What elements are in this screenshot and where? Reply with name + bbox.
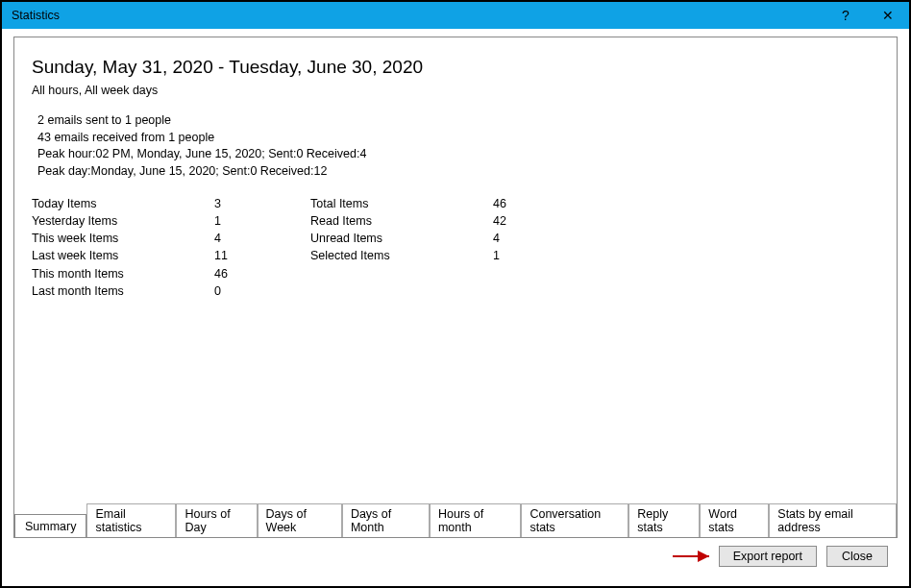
close-icon: ✕: [882, 8, 894, 23]
help-icon: ?: [842, 8, 849, 23]
stats-left-values: 3 1 4 11 46 0: [214, 195, 310, 300]
button-row: Export report Close: [719, 546, 888, 567]
label-unread: Unread Items: [310, 230, 493, 247]
label-total: Total Items: [310, 195, 493, 212]
label-yesterday: Yesterday Items: [32, 212, 214, 230]
stats-left-labels: Today Items Yesterday Items This week It…: [32, 195, 214, 300]
label-selected: Selected Items: [310, 247, 493, 264]
tab-hours-of-day[interactable]: Hours of Day: [176, 503, 257, 537]
label-this-week: This week Items: [32, 230, 214, 247]
window-title: Statistics: [12, 9, 825, 22]
value-this-week: 4: [214, 230, 310, 247]
export-report-button[interactable]: Export report: [719, 546, 817, 567]
close-button[interactable]: Close: [826, 546, 888, 567]
window-frame: Statistics ? ✕ Sunday, May 31, 2020 - Tu…: [2, 2, 909, 586]
tab-days-of-month[interactable]: Days of Month: [342, 503, 430, 537]
tab-stats-by-email-address[interactable]: Stats by email address: [769, 503, 897, 537]
date-range-heading: Sunday, May 31, 2020 - Tuesday, June 30,…: [32, 57, 879, 78]
value-read: 42: [493, 212, 589, 230]
content-inner: Sunday, May 31, 2020 - Tuesday, June 30,…: [14, 37, 897, 300]
help-button[interactable]: ?: [825, 2, 867, 29]
value-yesterday: 1: [214, 212, 310, 230]
tab-days-of-week[interactable]: Days of Week: [258, 503, 342, 537]
detail-peak-day: Peak day:Monday, June 15, 2020; Sent:0 R…: [37, 163, 879, 181]
label-this-month: This month Items: [32, 265, 214, 282]
value-unread: 4: [493, 230, 589, 247]
value-this-month: 46: [214, 265, 310, 282]
content-panel: Sunday, May 31, 2020 - Tuesday, June 30,…: [13, 37, 898, 538]
tabs-row: Summary Email statistics Hours of Day Da…: [14, 502, 897, 537]
value-selected: 1: [493, 247, 589, 264]
value-today: 3: [214, 195, 310, 212]
value-last-week: 11: [214, 247, 310, 264]
tab-hours-of-month[interactable]: Hours of month: [430, 503, 521, 537]
detail-sent: 2 emails sent to 1 people: [37, 112, 879, 130]
filter-subheading: All hours, All week days: [32, 84, 879, 97]
tab-conversation-stats[interactable]: Conversation stats: [521, 503, 628, 537]
value-total: 46: [493, 195, 589, 212]
tab-summary[interactable]: Summary: [14, 514, 86, 537]
stats-right-labels: Total Items Read Items Unread Items Sele…: [310, 195, 493, 300]
summary-details: 2 emails sent to 1 people 43 emails rece…: [37, 112, 879, 180]
label-read: Read Items: [310, 212, 493, 230]
label-last-week: Last week Items: [32, 247, 214, 264]
label-today: Today Items: [32, 195, 214, 212]
stats-right-values: 46 42 4 1: [493, 195, 589, 300]
stats-grid: Today Items Yesterday Items This week It…: [32, 195, 879, 300]
tab-reply-stats[interactable]: Reply stats: [628, 503, 700, 537]
tab-word-stats[interactable]: Word stats: [700, 503, 769, 537]
detail-received: 43 emails received from 1 people: [37, 130, 879, 147]
label-last-month: Last month Items: [32, 282, 214, 300]
arrow-icon: [671, 548, 717, 565]
close-window-button[interactable]: ✕: [867, 2, 909, 29]
detail-peak-hour: Peak hour:02 PM, Monday, June 15, 2020; …: [37, 146, 879, 163]
value-last-month: 0: [214, 282, 310, 300]
tab-email-statistics[interactable]: Email statistics: [86, 503, 176, 537]
titlebar: Statistics ? ✕: [2, 2, 909, 29]
